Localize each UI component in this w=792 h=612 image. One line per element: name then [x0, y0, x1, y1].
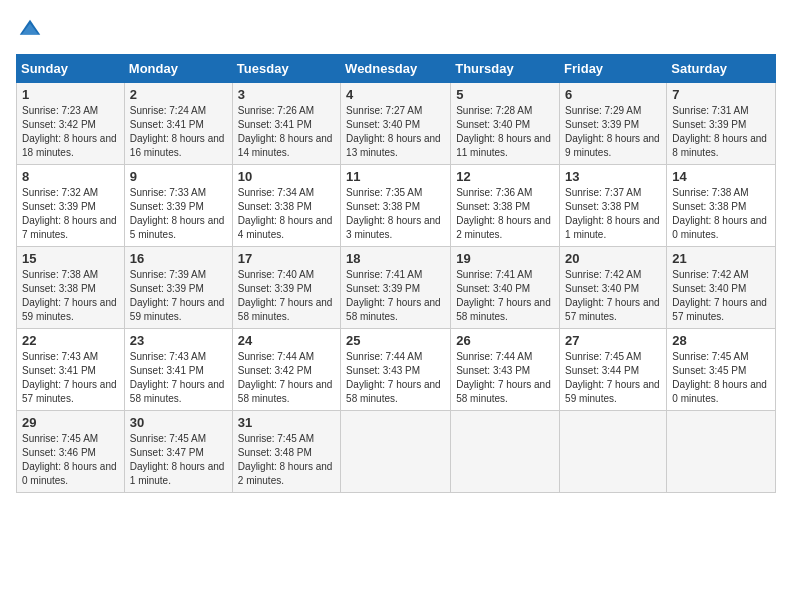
day-detail: Sunrise: 7:32 AM Sunset: 3:39 PM Dayligh… — [22, 186, 119, 242]
calendar-cell: 2 Sunrise: 7:24 AM Sunset: 3:41 PM Dayli… — [124, 83, 232, 165]
calendar-cell: 25 Sunrise: 7:44 AM Sunset: 3:43 PM Dayl… — [341, 329, 451, 411]
calendar-cell: 17 Sunrise: 7:40 AM Sunset: 3:39 PM Dayl… — [232, 247, 340, 329]
calendar-cell: 11 Sunrise: 7:35 AM Sunset: 3:38 PM Dayl… — [341, 165, 451, 247]
logo — [16, 16, 48, 44]
day-number: 27 — [565, 333, 661, 348]
day-detail: Sunrise: 7:41 AM Sunset: 3:39 PM Dayligh… — [346, 268, 445, 324]
calendar-cell: 13 Sunrise: 7:37 AM Sunset: 3:38 PM Dayl… — [560, 165, 667, 247]
day-number: 5 — [456, 87, 554, 102]
day-detail: Sunrise: 7:27 AM Sunset: 3:40 PM Dayligh… — [346, 104, 445, 160]
day-detail: Sunrise: 7:45 AM Sunset: 3:47 PM Dayligh… — [130, 432, 227, 488]
calendar-cell: 20 Sunrise: 7:42 AM Sunset: 3:40 PM Dayl… — [560, 247, 667, 329]
calendar-body: 1 Sunrise: 7:23 AM Sunset: 3:42 PM Dayli… — [17, 83, 776, 493]
day-detail: Sunrise: 7:45 AM Sunset: 3:48 PM Dayligh… — [238, 432, 335, 488]
day-header-saturday: Saturday — [667, 55, 776, 83]
day-detail: Sunrise: 7:44 AM Sunset: 3:43 PM Dayligh… — [456, 350, 554, 406]
calendar-cell: 19 Sunrise: 7:41 AM Sunset: 3:40 PM Dayl… — [451, 247, 560, 329]
day-number: 9 — [130, 169, 227, 184]
day-number: 17 — [238, 251, 335, 266]
calendar-cell: 6 Sunrise: 7:29 AM Sunset: 3:39 PM Dayli… — [560, 83, 667, 165]
day-header-wednesday: Wednesday — [341, 55, 451, 83]
day-number: 7 — [672, 87, 770, 102]
day-number: 25 — [346, 333, 445, 348]
calendar-cell: 3 Sunrise: 7:26 AM Sunset: 3:41 PM Dayli… — [232, 83, 340, 165]
calendar-week-2: 8 Sunrise: 7:32 AM Sunset: 3:39 PM Dayli… — [17, 165, 776, 247]
calendar-cell — [667, 411, 776, 493]
calendar-week-3: 15 Sunrise: 7:38 AM Sunset: 3:38 PM Dayl… — [17, 247, 776, 329]
calendar-cell: 4 Sunrise: 7:27 AM Sunset: 3:40 PM Dayli… — [341, 83, 451, 165]
day-number: 12 — [456, 169, 554, 184]
day-number: 31 — [238, 415, 335, 430]
day-number: 3 — [238, 87, 335, 102]
day-detail: Sunrise: 7:28 AM Sunset: 3:40 PM Dayligh… — [456, 104, 554, 160]
day-detail: Sunrise: 7:34 AM Sunset: 3:38 PM Dayligh… — [238, 186, 335, 242]
calendar-week-1: 1 Sunrise: 7:23 AM Sunset: 3:42 PM Dayli… — [17, 83, 776, 165]
calendar-cell: 10 Sunrise: 7:34 AM Sunset: 3:38 PM Dayl… — [232, 165, 340, 247]
day-detail: Sunrise: 7:38 AM Sunset: 3:38 PM Dayligh… — [672, 186, 770, 242]
day-detail: Sunrise: 7:37 AM Sunset: 3:38 PM Dayligh… — [565, 186, 661, 242]
calendar-cell: 18 Sunrise: 7:41 AM Sunset: 3:39 PM Dayl… — [341, 247, 451, 329]
day-number: 13 — [565, 169, 661, 184]
day-number: 4 — [346, 87, 445, 102]
day-detail: Sunrise: 7:40 AM Sunset: 3:39 PM Dayligh… — [238, 268, 335, 324]
calendar-cell: 1 Sunrise: 7:23 AM Sunset: 3:42 PM Dayli… — [17, 83, 125, 165]
day-number: 18 — [346, 251, 445, 266]
calendar-cell: 27 Sunrise: 7:45 AM Sunset: 3:44 PM Dayl… — [560, 329, 667, 411]
day-detail: Sunrise: 7:36 AM Sunset: 3:38 PM Dayligh… — [456, 186, 554, 242]
day-number: 16 — [130, 251, 227, 266]
day-header-tuesday: Tuesday — [232, 55, 340, 83]
day-number: 19 — [456, 251, 554, 266]
day-number: 28 — [672, 333, 770, 348]
calendar-cell — [451, 411, 560, 493]
day-detail: Sunrise: 7:45 AM Sunset: 3:45 PM Dayligh… — [672, 350, 770, 406]
calendar-cell: 15 Sunrise: 7:38 AM Sunset: 3:38 PM Dayl… — [17, 247, 125, 329]
calendar-week-4: 22 Sunrise: 7:43 AM Sunset: 3:41 PM Dayl… — [17, 329, 776, 411]
calendar-cell: 23 Sunrise: 7:43 AM Sunset: 3:41 PM Dayl… — [124, 329, 232, 411]
calendar-cell: 7 Sunrise: 7:31 AM Sunset: 3:39 PM Dayli… — [667, 83, 776, 165]
day-detail: Sunrise: 7:42 AM Sunset: 3:40 PM Dayligh… — [565, 268, 661, 324]
day-number: 6 — [565, 87, 661, 102]
day-detail: Sunrise: 7:44 AM Sunset: 3:42 PM Dayligh… — [238, 350, 335, 406]
day-header-monday: Monday — [124, 55, 232, 83]
calendar-cell: 14 Sunrise: 7:38 AM Sunset: 3:38 PM Dayl… — [667, 165, 776, 247]
calendar-cell: 26 Sunrise: 7:44 AM Sunset: 3:43 PM Dayl… — [451, 329, 560, 411]
day-header-friday: Friday — [560, 55, 667, 83]
day-detail: Sunrise: 7:24 AM Sunset: 3:41 PM Dayligh… — [130, 104, 227, 160]
day-number: 15 — [22, 251, 119, 266]
day-number: 26 — [456, 333, 554, 348]
calendar-cell: 28 Sunrise: 7:45 AM Sunset: 3:45 PM Dayl… — [667, 329, 776, 411]
calendar-week-5: 29 Sunrise: 7:45 AM Sunset: 3:46 PM Dayl… — [17, 411, 776, 493]
day-number: 14 — [672, 169, 770, 184]
day-number: 22 — [22, 333, 119, 348]
day-detail: Sunrise: 7:43 AM Sunset: 3:41 PM Dayligh… — [22, 350, 119, 406]
day-detail: Sunrise: 7:31 AM Sunset: 3:39 PM Dayligh… — [672, 104, 770, 160]
day-number: 23 — [130, 333, 227, 348]
day-detail: Sunrise: 7:39 AM Sunset: 3:39 PM Dayligh… — [130, 268, 227, 324]
day-number: 21 — [672, 251, 770, 266]
calendar-cell: 22 Sunrise: 7:43 AM Sunset: 3:41 PM Dayl… — [17, 329, 125, 411]
day-detail: Sunrise: 7:44 AM Sunset: 3:43 PM Dayligh… — [346, 350, 445, 406]
day-detail: Sunrise: 7:42 AM Sunset: 3:40 PM Dayligh… — [672, 268, 770, 324]
calendar-cell: 29 Sunrise: 7:45 AM Sunset: 3:46 PM Dayl… — [17, 411, 125, 493]
calendar-cell: 31 Sunrise: 7:45 AM Sunset: 3:48 PM Dayl… — [232, 411, 340, 493]
day-number: 11 — [346, 169, 445, 184]
day-detail: Sunrise: 7:29 AM Sunset: 3:39 PM Dayligh… — [565, 104, 661, 160]
calendar-cell: 9 Sunrise: 7:33 AM Sunset: 3:39 PM Dayli… — [124, 165, 232, 247]
day-header-thursday: Thursday — [451, 55, 560, 83]
day-header-sunday: Sunday — [17, 55, 125, 83]
page-header — [16, 16, 776, 44]
day-detail: Sunrise: 7:38 AM Sunset: 3:38 PM Dayligh… — [22, 268, 119, 324]
day-number: 2 — [130, 87, 227, 102]
calendar-cell: 8 Sunrise: 7:32 AM Sunset: 3:39 PM Dayli… — [17, 165, 125, 247]
calendar-cell: 21 Sunrise: 7:42 AM Sunset: 3:40 PM Dayl… — [667, 247, 776, 329]
calendar-cell: 24 Sunrise: 7:44 AM Sunset: 3:42 PM Dayl… — [232, 329, 340, 411]
calendar-cell: 30 Sunrise: 7:45 AM Sunset: 3:47 PM Dayl… — [124, 411, 232, 493]
day-number: 10 — [238, 169, 335, 184]
day-detail: Sunrise: 7:33 AM Sunset: 3:39 PM Dayligh… — [130, 186, 227, 242]
day-number: 30 — [130, 415, 227, 430]
day-number: 29 — [22, 415, 119, 430]
day-number: 20 — [565, 251, 661, 266]
logo-icon — [16, 16, 44, 44]
calendar-cell — [560, 411, 667, 493]
calendar-header-row: SundayMondayTuesdayWednesdayThursdayFrid… — [17, 55, 776, 83]
